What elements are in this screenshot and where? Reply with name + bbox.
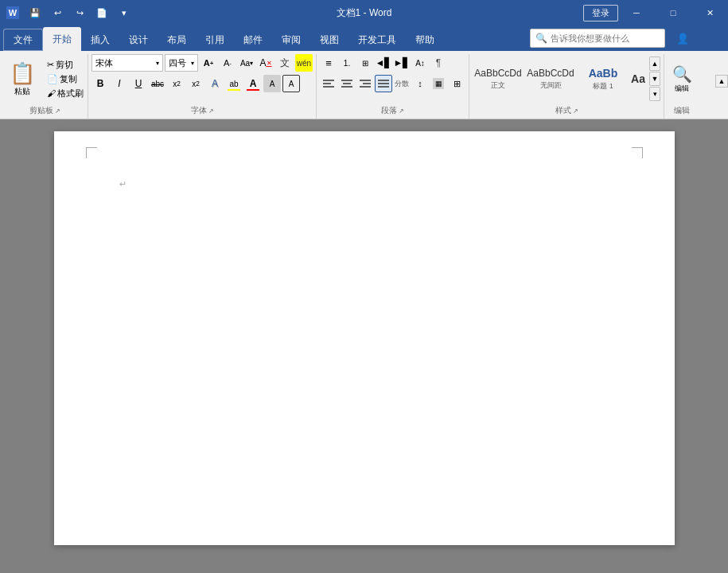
tab-design[interactable]: 设计: [119, 29, 158, 51]
text-highlight-btn[interactable]: wén: [295, 54, 313, 72]
pinyin-button[interactable]: 文: [276, 54, 294, 72]
main-area: ↵: [0, 119, 728, 573]
ribbon-collapse-button[interactable]: ▲: [715, 75, 728, 88]
tab-layout[interactable]: 布局: [158, 29, 196, 51]
tab-view[interactable]: 视图: [310, 29, 348, 51]
styles-expand-icon[interactable]: ↗: [573, 107, 578, 115]
paragraph-group: ≡ 1. ⊞ ◄▋ ►▋ A↕ ¶: [317, 54, 469, 119]
paragraph-group-content: ≡ 1. ⊞ ◄▋ ►▋ A↕ ¶: [320, 54, 465, 103]
qa-dropdown-btn[interactable]: ▾: [115, 3, 134, 22]
tab-developer[interactable]: 开发工具: [348, 29, 406, 51]
justify-button[interactable]: [375, 75, 392, 92]
font-name-selector[interactable]: 宋体 ▾: [91, 54, 163, 72]
bullets-button[interactable]: ≡: [320, 54, 337, 72]
line-spacing-button[interactable]: ↕: [411, 75, 429, 92]
font-group-content: 宋体 ▾ 四号 ▾ A+ A- Aa▾ A✕ 文 wén: [91, 54, 313, 103]
style-more-partial: Aa: [630, 57, 646, 101]
multilevel-list-button[interactable]: ⊞: [356, 54, 374, 72]
style-no-spacing-label: 无间距: [540, 80, 562, 91]
format-painter-icon: 🖌: [47, 88, 56, 98]
redo-quick-btn[interactable]: ↪: [70, 3, 89, 22]
styles-scroll-down-button[interactable]: ▼: [649, 72, 660, 86]
para-row-1: ≡ 1. ⊞ ◄▋ ►▋ A↕ ¶: [320, 54, 447, 72]
save-quick-btn[interactable]: 💾: [25, 3, 45, 22]
copy-button[interactable]: 📄 复制: [45, 72, 86, 86]
align-left-button[interactable]: [320, 75, 337, 92]
tab-review[interactable]: 审阅: [272, 29, 310, 51]
style-partial-preview: Aa: [631, 72, 645, 85]
font-size-selector[interactable]: 四号 ▾: [165, 54, 198, 72]
search-icon: 🔍: [535, 33, 547, 44]
tab-help[interactable]: 帮助: [406, 29, 444, 51]
login-button[interactable]: 登录: [583, 5, 618, 21]
page-corner-tr: [632, 147, 643, 158]
underline-button[interactable]: U: [130, 75, 147, 92]
paste-icon: 📋: [10, 61, 35, 86]
clipboard-group: 📋 粘贴 ✂ 剪切 📄 复制 🖌: [2, 54, 88, 119]
paragraph-expand-icon[interactable]: ↗: [399, 107, 404, 115]
close-button[interactable]: ✕: [691, 0, 728, 25]
font-expand-icon[interactable]: ↗: [208, 107, 214, 115]
numbering-button[interactable]: 1.: [338, 54, 356, 72]
tab-mailings[interactable]: 邮件: [234, 29, 272, 51]
new-quick-btn[interactable]: 📄: [92, 3, 111, 22]
undo-quick-btn[interactable]: ↩: [48, 3, 67, 22]
tab-references[interactable]: 引用: [196, 29, 234, 51]
clear-format-button[interactable]: A✕: [257, 54, 274, 72]
format-painter-button[interactable]: 🖌 格式刷: [45, 87, 86, 100]
align-right-button[interactable]: [356, 75, 374, 92]
styles-scroll-up-button[interactable]: ▲: [649, 57, 660, 71]
cut-button[interactable]: ✂ 剪切: [45, 58, 86, 72]
document-page[interactable]: ↵: [54, 131, 675, 545]
bold-button[interactable]: B: [91, 75, 109, 92]
tab-file[interactable]: 文件: [3, 29, 43, 51]
text-effect-button[interactable]: A: [206, 75, 224, 92]
styles-gallery: AaBbCcDd 正文 AaBbCcDd 无间距 AaBb 标题 1: [473, 57, 646, 101]
editing-group: 🔍 编辑 编辑: [664, 54, 699, 119]
highlight-color-button[interactable]: ab: [225, 75, 243, 92]
strikethrough-button[interactable]: abc: [149, 75, 166, 92]
minimize-button[interactable]: ─: [618, 0, 655, 25]
char-border-button[interactable]: A: [282, 75, 300, 92]
font-dropdown-icon: ▾: [156, 60, 159, 67]
find-label: 编辑: [675, 84, 689, 94]
tab-insert[interactable]: 插入: [81, 29, 119, 51]
font-grow-button[interactable]: A+: [200, 54, 217, 72]
styles-expand-button[interactable]: ▾: [649, 87, 660, 101]
italic-button[interactable]: I: [111, 75, 128, 92]
ribbon: 📋 粘贴 ✂ 剪切 📄 复制 🖌: [0, 51, 728, 119]
clipboard-expand-icon[interactable]: ↗: [55, 107, 60, 115]
clipboard-group-label: 剪贴板 ↗: [3, 103, 86, 119]
decrease-indent-button[interactable]: ◄▋: [375, 54, 392, 72]
increase-indent-button[interactable]: ►▋: [393, 54, 411, 72]
search-box[interactable]: 🔍: [530, 29, 665, 48]
size-dropdown-icon: ▾: [191, 60, 194, 67]
word-icon: W: [6, 6, 19, 19]
subscript-button[interactable]: x2: [168, 75, 185, 92]
style-normal[interactable]: AaBbCcDd 正文: [473, 57, 524, 101]
find-button[interactable]: 🔍 编辑: [668, 63, 696, 96]
format-painter-label: 格式刷: [57, 88, 84, 99]
search-input[interactable]: [551, 33, 654, 43]
tab-home[interactable]: 开始: [43, 27, 81, 51]
title-bar: W 💾 ↩ ↪ 📄 ▾ 文档1 - Word 登录 ─ □ ✕: [0, 0, 728, 25]
char-shading-button[interactable]: A: [263, 75, 281, 92]
font-shrink-button[interactable]: A-: [219, 54, 236, 72]
cut-icon: ✂: [47, 60, 54, 70]
sort-button[interactable]: A↕: [411, 54, 429, 72]
paste-button[interactable]: 📋 粘贴: [3, 54, 41, 103]
copy-label: 复制: [60, 73, 77, 85]
share-button[interactable]: 👤 ♂ 共享: [672, 30, 725, 47]
align-center-button[interactable]: [338, 75, 356, 92]
show-marks-button[interactable]: ¶: [430, 54, 447, 72]
maximize-button[interactable]: □: [655, 0, 691, 25]
style-normal-preview: AaBbCcDd: [474, 68, 521, 79]
chinese-layout-button[interactable]: 分散: [393, 75, 411, 92]
style-heading1[interactable]: AaBb 标题 1: [578, 57, 629, 101]
superscript-button[interactable]: x2: [187, 75, 204, 92]
borders-button[interactable]: ⊞: [448, 75, 465, 92]
style-no-spacing[interactable]: AaBbCcDd 无间距: [525, 57, 576, 101]
shading-button[interactable]: ▦: [430, 75, 447, 92]
change-case-button[interactable]: Aa▾: [238, 54, 255, 72]
font-color-button[interactable]: A: [244, 75, 262, 92]
